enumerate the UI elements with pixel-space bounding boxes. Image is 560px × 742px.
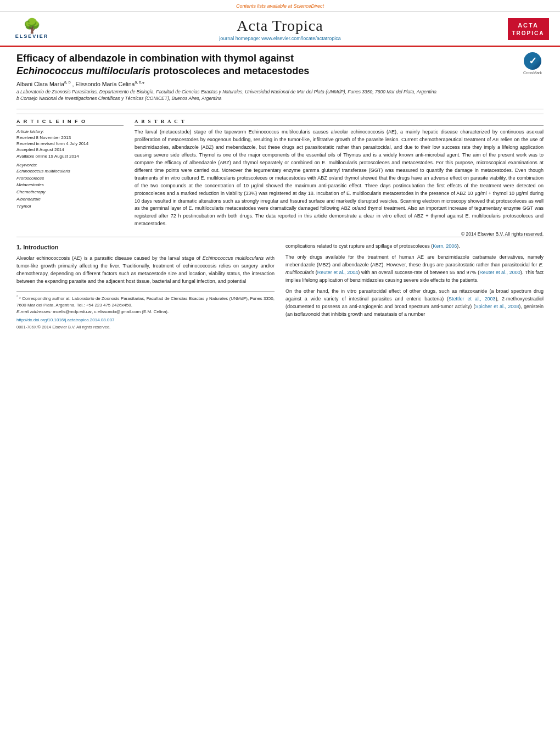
journal-url: journal homepage: www.elsevier.com/locat…: [54, 36, 506, 41]
acta-word: ACTA: [512, 21, 545, 29]
sciencedirect-notice: Contents lists available at ScienceDirec…: [236, 3, 324, 9]
received1: Received 8 November 2013: [16, 135, 124, 141]
spicher2008-ref[interactable]: Spicher et al., 2008: [475, 304, 519, 309]
affiliations: a Laboratorio de Zoonosis Parasitarias, …: [16, 89, 514, 102]
article-info-section: A R T I C L E I N F O Article history: R…: [16, 119, 124, 210]
journal-center: Acta Tropica journal homepage: www.elsev…: [54, 17, 506, 41]
email-line: E-mail addresses: mcelis@mdp.edu.ar, c.e…: [16, 309, 275, 315]
stettler2003-ref[interactable]: Stettler et al., 2003: [449, 296, 496, 302]
crossmark-icon: ✓: [524, 52, 541, 70]
keywords-group: Keywords: Echinococcus multilocularis Pr…: [16, 163, 124, 210]
article-history-label: Article history:: [16, 129, 124, 134]
footnote-area: * * Corresponding author at: Laboratorio…: [16, 291, 275, 316]
kw3: Metacestodes: [16, 182, 124, 189]
article-wrapper: Efficacy of albendazole in combination w…: [0, 47, 560, 336]
tropica-word: TROPICA: [512, 30, 545, 37]
authors-line: Albani Clara Maríaa, b , Elissondo María…: [16, 80, 514, 87]
crossmark-text: CrossMark: [523, 71, 542, 75]
journal-title: Acta Tropica: [54, 17, 506, 35]
crossmark-logo: ✓ CrossMark: [522, 52, 544, 75]
kw4: Chemotherapy: [16, 189, 124, 196]
abstract-section: A B S T R A C T The larval (metacestode)…: [135, 119, 544, 237]
para4-right: On the other hand, the in vitro parasito…: [285, 288, 544, 319]
available-online: Available online 19 August 2014: [16, 153, 124, 159]
elsevier-name: ELSEVIER: [15, 34, 49, 39]
kw5: Albendazole: [16, 196, 124, 203]
license-line: 0001-706X/© 2014 Elsevier B.V. All right…: [16, 324, 275, 331]
intro-para1: Alveolar echinococcosis (AE) is a parasi…: [16, 255, 275, 286]
article-title: Efficacy of albendazole in combination w…: [16, 52, 514, 78]
received2: Received in revised form 4 July 2014: [16, 141, 124, 147]
article-history: Article history: Received 8 November 201…: [16, 129, 124, 159]
kw2: Protoscoleces: [16, 175, 124, 182]
body-section: 1. Introduction Alveolar echinococcosis …: [16, 237, 544, 331]
article-info-label: A R T I C L E I N F O: [16, 119, 124, 126]
keywords-label: Keywords:: [16, 163, 124, 168]
elsevier-tree-icon: 🌳: [23, 19, 41, 34]
accepted: Accepted 8 August 2014: [16, 147, 124, 153]
article-info-abstract: A R T I C L E I N F O Article history: R…: [16, 114, 544, 237]
body-right-col: complications related to cyst rupture an…: [285, 243, 544, 331]
abstract-label: A B S T R A C T: [135, 119, 544, 126]
body-left-col: 1. Introduction Alveolar echinococcosis …: [16, 243, 275, 331]
acta-logo-box: ACTA TROPICA: [506, 18, 550, 40]
intro-heading: 1. Introduction: [16, 243, 275, 252]
top-bar: Contents lists available at ScienceDirec…: [0, 0, 560, 12]
kern-2006-ref[interactable]: Kern, 2006: [433, 243, 457, 249]
abstract-text: The larval (metacestode) stage of the ta…: [135, 129, 544, 228]
para2-right: complications related to cyst rupture an…: [285, 243, 544, 250]
kw1: Echinococcus multilocularis: [16, 168, 124, 175]
elsevier-logo: 🌳 ELSEVIER: [10, 19, 54, 39]
para3-right: The only drugs available for the treatme…: [285, 254, 544, 284]
copyright: © 2014 Elsevier B.V. All rights reserved…: [135, 231, 544, 237]
journal-header: 🌳 ELSEVIER Acta Tropica journal homepage…: [0, 12, 560, 47]
keywords-list: Echinococcus multilocularis Protoscolece…: [16, 168, 124, 210]
article-info-col: A R T I C L E I N F O Article history: R…: [16, 119, 124, 237]
footnote-star: * * Corresponding author at: Laboratorio…: [16, 294, 275, 309]
article-title-block: Efficacy of albendazole in combination w…: [16, 52, 514, 104]
article-title-area: Efficacy of albendazole in combination w…: [16, 52, 544, 109]
doi-line: http://dx.doi.org/10.1016/j.actatropica.…: [16, 317, 275, 323]
acta-logo: ACTA TROPICA: [508, 18, 549, 40]
reuter2004-ref[interactable]: Reuter et al., 2004: [317, 270, 359, 275]
reuter2000-ref[interactable]: Reuter et al., 2000: [479, 270, 520, 275]
kw6: Thymol: [16, 203, 124, 210]
